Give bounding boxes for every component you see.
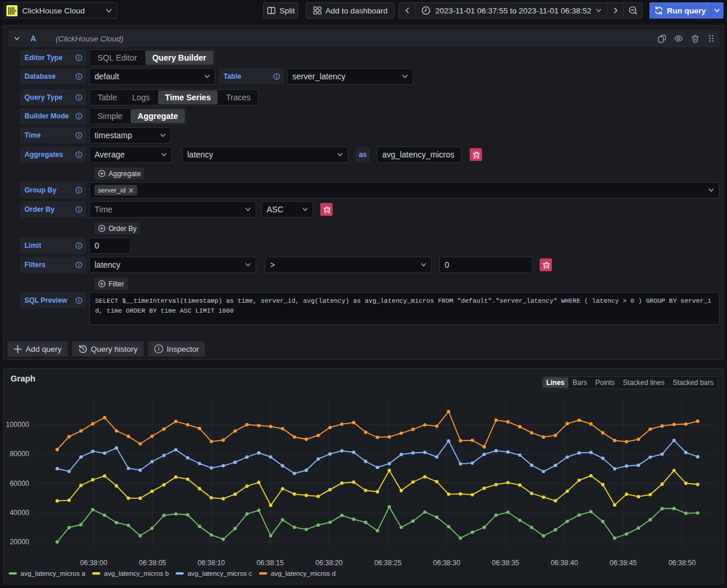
svg-text:60000: 60000 [10,480,30,488]
svg-text:20000: 20000 [10,538,30,546]
svg-text:40000: 40000 [10,509,30,517]
svg-text:06:38:15: 06:38:15 [257,559,284,567]
svg-text:06:38:00: 06:38:00 [80,559,107,567]
svg-text:06:38:05: 06:38:05 [139,559,166,567]
svg-text:06:38:20: 06:38:20 [316,559,343,567]
svg-text:06:38:40: 06:38:40 [551,559,578,567]
svg-text:06:38:30: 06:38:30 [433,559,460,567]
svg-text:06:38:25: 06:38:25 [374,559,401,567]
svg-text:06:38:50: 06:38:50 [669,559,696,567]
svg-text:06:38:35: 06:38:35 [492,559,519,567]
svg-text:80000: 80000 [10,450,30,458]
svg-text:06:38:45: 06:38:45 [610,559,637,567]
svg-text:06:38:10: 06:38:10 [198,559,225,567]
svg-text:100000: 100000 [6,421,29,429]
